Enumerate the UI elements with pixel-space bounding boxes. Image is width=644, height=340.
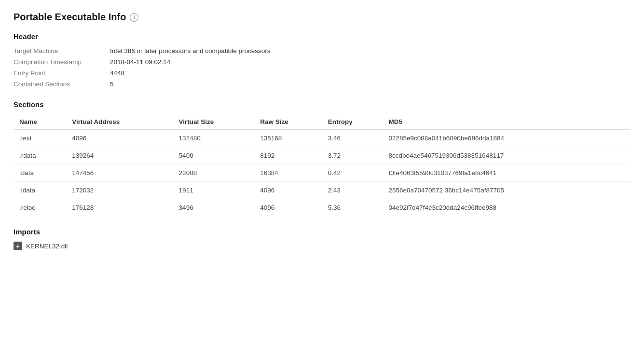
cell-1-4: 3.72 [328,147,389,164]
cell-3-3: 4096 [260,182,328,199]
table-row: .text40961324801351683.4602285e9c088a041… [14,130,630,147]
table-row: .data14745622008163840.42f0fe4063f5590c3… [14,164,630,182]
page-title: Portable Executable Info [14,12,126,23]
cell-4-5: 04e92f7d47f4e3c20dda24c96ffee988 [388,199,630,217]
col-md5: MD5 [388,114,630,130]
header-heading: Header [14,32,630,41]
cell-4-4: 5.36 [328,199,389,217]
cell-1-5: 8ccdbe4ae5467519306d538351648117 [388,147,630,164]
entry-point-value: 4448 [110,68,630,78]
cell-1-3: 8192 [260,147,328,164]
col-virtual-address: Virtual Address [72,114,178,130]
cell-2-4: 0.42 [328,164,389,182]
header-section: Header Target Machine Intel 386 or later… [14,32,630,89]
cell-0-2: 132480 [179,130,260,147]
cell-1-2: 5400 [179,147,260,164]
col-virtual-size: Virtual Size [179,114,260,130]
cell-2-1: 147456 [72,164,178,182]
col-name: Name [14,114,72,130]
table-row: .rdata139264540081923.728ccdbe4ae5467519… [14,147,630,164]
compilation-timestamp-label: Compilation Timestamp [14,57,110,67]
cell-4-2: 3496 [179,199,260,217]
cell-0-5: 02285e9c088a041b6090be686dda1884 [388,130,630,147]
import-item: +KERNEL32.dll [14,242,630,250]
cell-3-4: 2.43 [328,182,389,199]
col-raw-size: Raw Size [260,114,328,130]
imports-section: Imports +KERNEL32.dll [14,228,630,250]
entry-point-label: Entry Point [14,68,110,78]
cell-1-0: .rdata [14,147,72,164]
cell-3-0: .idata [14,182,72,199]
cell-0-0: .text [14,130,72,147]
imports-heading: Imports [14,228,630,236]
target-machine-value: Intel 386 or later processors and compat… [110,46,630,55]
cell-0-4: 3.46 [328,130,389,147]
cell-4-1: 176128 [72,199,178,217]
plus-icon[interactable]: + [14,242,22,250]
col-entropy: Entropy [328,114,389,130]
cell-4-3: 4096 [260,199,328,217]
cell-2-5: f0fe4063f5590c31037769fa1e8c4641 [388,164,630,182]
import-label: KERNEL32.dll [26,243,68,250]
sections-section: Sections Name Virtual Address Virtual Si… [14,100,630,216]
cell-3-1: 172032 [72,182,178,199]
table-row: .reloc176128349640965.3604e92f7d47f4e3c2… [14,199,630,217]
cell-0-1: 4096 [72,130,178,147]
cell-3-5: 2556e0a70470572 36bc14e475af87705 [388,182,630,199]
cell-2-2: 22008 [179,164,260,182]
sections-table: Name Virtual Address Virtual Size Raw Si… [14,114,630,216]
cell-2-0: .data [14,164,72,182]
table-row: .idata172032191140962.432556e0a70470572 … [14,182,630,199]
compilation-timestamp-value: 2018-04-11 09:02:14 [110,57,630,67]
contained-sections-value: 5 [110,80,630,89]
cell-0-3: 135168 [260,130,328,147]
contained-sections-label: Contained Sections [14,80,110,89]
cell-1-1: 139264 [72,147,178,164]
cell-2-3: 16384 [260,164,328,182]
target-machine-label: Target Machine [14,46,110,55]
info-icon: i [130,13,138,22]
cell-4-0: .reloc [14,199,72,217]
header-fields: Target Machine Intel 386 or later proces… [14,46,630,89]
sections-heading: Sections [14,100,630,109]
table-header-row: Name Virtual Address Virtual Size Raw Si… [14,114,630,130]
cell-3-2: 1911 [179,182,260,199]
